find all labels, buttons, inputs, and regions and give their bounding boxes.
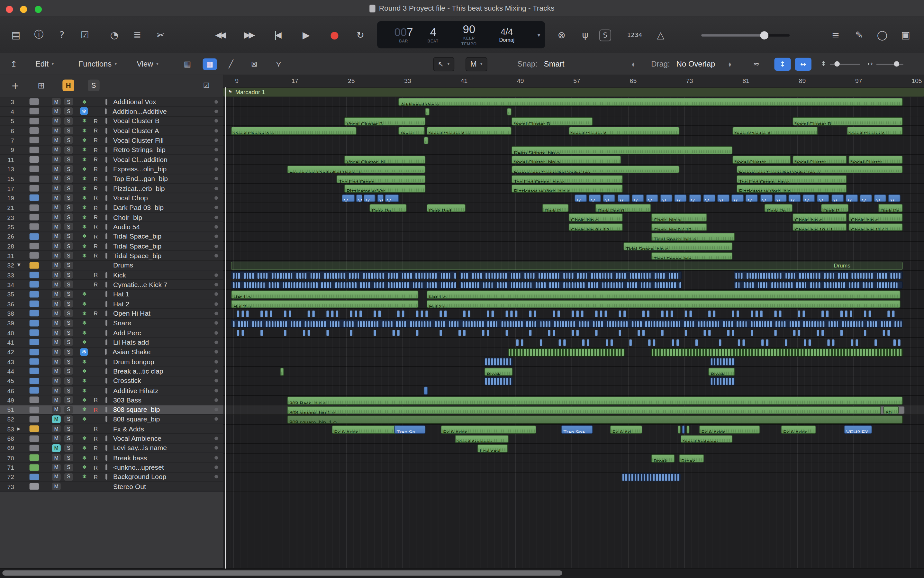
list-editors-icon[interactable]: ≡ [827,26,844,43]
freeze-icon[interactable]: ❄ [80,175,88,183]
track-name[interactable]: Asian Shake [112,349,214,356]
track-row[interactable]: 19MS❄RVocal Chop [0,193,223,203]
region[interactable]: Break [651,454,674,462]
region[interactable]: Choir_bip⊙ [651,213,707,221]
track-name[interactable]: Hat 1 [113,291,214,298]
region[interactable]: Vocal Cluster A⊙ [231,127,357,135]
mute-button[interactable]: M [52,319,60,327]
region[interactable]: Trap Sna [561,425,593,434]
region[interactable]: Break [679,454,705,462]
region[interactable]: Dark P [821,204,848,212]
region[interactable]: Dark Pa [369,204,406,212]
track-name[interactable]: 303 Bass [113,396,214,403]
mute-button[interactable]: M [52,165,60,173]
solo-button[interactable]: S [64,175,73,183]
region[interactable]: V [342,194,355,202]
region[interactable]: Choir_bip.9 (-12 [651,223,707,231]
track-row[interactable]: 13MS❄RExpress...olin_bip [0,165,223,174]
input-monitor-button[interactable] [106,445,107,451]
region[interactable]: V [831,194,843,202]
track-name[interactable]: Background Loop [113,474,214,481]
disclosure-triangle-icon[interactable]: ▶ [14,427,23,432]
region[interactable]: Expression Controlled Violin_bip [512,165,679,173]
track-name[interactable]: Fx & Adds [113,425,223,432]
track-row[interactable]: 35MS❄Hat 1 [0,290,223,299]
solo-button[interactable]: S [64,406,73,413]
track-name[interactable]: 808 square_bip [113,416,214,423]
solo-button[interactable]: S [64,281,73,288]
input-monitor-button[interactable] [106,378,107,383]
region[interactable]: Vocal Cluster A⊙ [427,127,512,135]
track-name[interactable]: Break bass [113,454,214,461]
region[interactable]: Vocal Cluster B [344,117,425,125]
track-row[interactable]: 34MSRCymatic...e Kick 7 [0,280,223,290]
solo-button[interactable]: S [64,444,73,452]
track-name[interactable]: Choir_bip [113,214,214,221]
region[interactable] [484,358,513,366]
quick-help-icon[interactable]: ? [53,26,71,43]
solo-button[interactable]: S [64,473,73,481]
solo-button[interactable]: S [64,425,73,433]
mute-button[interactable]: M [52,454,60,462]
freeze-icon[interactable]: ❄ [80,127,88,135]
mute-button[interactable]: M [52,358,60,365]
track-name[interactable]: Top End...gan_bip [113,175,214,182]
region[interactable]: Retro Strings_bip⊙ [512,146,732,154]
region[interactable]: Vocal Cluster A [847,127,903,135]
region[interactable]: Dark Pa [878,204,903,212]
region[interactable]: Hat 1⊙ [231,291,419,299]
region[interactable]: Vocal Cluster_ [792,156,847,164]
record-enable-button[interactable]: R [92,272,100,278]
region[interactable]: V [817,194,829,202]
region[interactable]: Break [708,367,735,375]
catch-playhead-icon[interactable]: ↥ [11,53,17,75]
region[interactable]: V [689,194,701,202]
track-row[interactable]: 32▼MSDrums [0,261,223,270]
mute-button[interactable]: M [52,127,60,135]
mute-button[interactable]: M [52,223,60,231]
mute-button[interactable]: M [52,136,60,144]
record-enable-button[interactable]: R [92,127,100,134]
freeze-icon[interactable]: ❄ [80,454,88,462]
input-monitor-button[interactable] [106,147,107,153]
solo-button[interactable]: S [64,213,73,221]
region[interactable]: V [632,194,644,202]
record-enable-button[interactable]: R [92,406,100,413]
mute-button[interactable]: M [52,377,60,385]
track-row[interactable]: 11MS❄RVocal Cl...addition [0,155,223,165]
library-icon[interactable]: ▤ [7,26,25,43]
region[interactable]: Break [484,367,513,375]
solo-button[interactable]: S [64,117,73,125]
region[interactable]: V [385,194,399,202]
region[interactable]: Top End Organ_bip⊙ [512,175,623,183]
solo-button[interactable]: S [64,107,73,115]
region[interactable]: V [674,194,687,202]
input-monitor-button[interactable] [106,397,107,403]
region[interactable]: Vocal Cluster A [732,127,818,135]
region[interactable]: V [745,194,758,202]
region[interactable] [280,367,284,375]
smart-controls-icon[interactable]: ◔ [106,26,123,43]
freeze-icon[interactable]: ❄ [80,107,88,115]
track-row[interactable]: 68MS❄RVocal Ambience [0,434,223,443]
mute-button[interactable]: M [52,117,60,125]
freeze-icon[interactable]: ❄ [80,339,88,346]
region[interactable]: Tidal Space_bip [651,252,732,260]
region[interactable] [651,348,903,356]
freeze-icon[interactable]: ❄ [80,358,88,365]
solo-button[interactable]: S [64,204,73,211]
region[interactable]: V [356,194,362,202]
mute-button[interactable]: M [52,175,60,183]
solo-button[interactable]: S [64,339,73,346]
region[interactable]: Fx & Ad [610,425,642,434]
solo-button[interactable]: S [64,300,73,308]
freeze-icon[interactable]: ❄ [80,377,88,385]
mute-button[interactable]: M [52,483,60,490]
region[interactable]: Vocal Cluster_bi [344,156,425,164]
region[interactable]: Choir_bip⊙ [569,213,623,221]
track-name[interactable]: Snare [113,320,214,326]
freeze-icon[interactable]: ❄ [80,473,88,481]
mute-button[interactable]: M [52,261,60,269]
functions-menu[interactable]: Functions▾ [78,53,117,75]
input-monitor-button[interactable] [106,474,107,480]
